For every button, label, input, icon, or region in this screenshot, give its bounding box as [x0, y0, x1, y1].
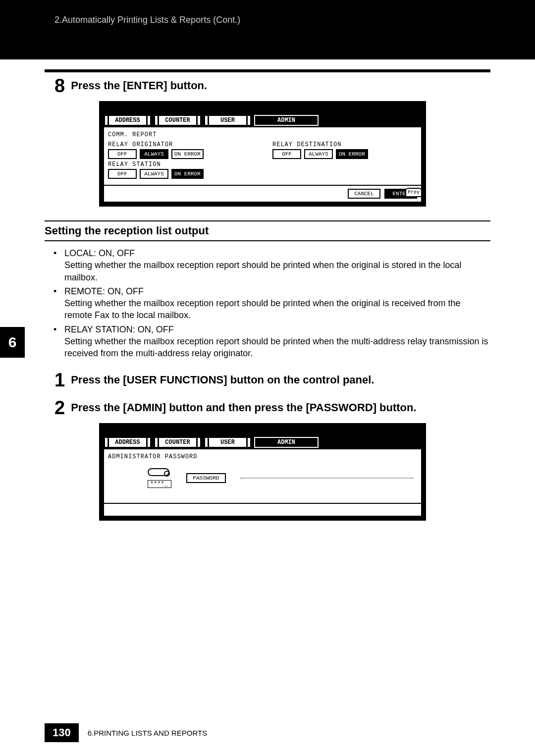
password-button[interactable]: PASSWORD: [186, 473, 226, 483]
item-body: Setting whether the mailbox reception re…: [64, 260, 461, 282]
station-onerror-button[interactable]: ON ERROR: [171, 169, 204, 179]
tab-admin[interactable]: ADMIN: [254, 115, 319, 126]
step-8-text: Press the [ENTER] button.: [71, 79, 207, 92]
device-screenshot-admin-password: ADDRESS COUNTER USER ADMIN ADMINISTRATOR…: [99, 423, 426, 521]
relay-originator-label: RELAY ORIGINATOR: [108, 141, 253, 148]
footer-text: 6.PRINTING LISTS AND REPORTS: [88, 729, 207, 737]
orig-onerror-button[interactable]: ON ERROR: [171, 149, 204, 159]
divider: [45, 69, 490, 72]
list-item: RELAY STATION: ON, OFF Setting whether t…: [51, 324, 490, 360]
list-item: REMOTE: ON, OFF Setting whether the mail…: [51, 285, 490, 322]
tab-address[interactable]: ADDRESS: [104, 115, 151, 126]
step-2-number: 2: [54, 398, 65, 417]
tab-user[interactable]: USER: [204, 437, 251, 448]
tab-counter[interactable]: COUNTER: [154, 437, 201, 448]
item-head: RELAY STATION: ON, OFF: [64, 324, 490, 335]
dest-always-button[interactable]: ALWAYS: [304, 149, 333, 159]
item-body: Setting whether the mailbox reception re…: [64, 298, 460, 320]
breadcrumb: 2.Automatically Printing Lists & Reports…: [54, 15, 240, 25]
station-always-button[interactable]: ALWAYS: [140, 169, 168, 179]
orig-off-button[interactable]: OFF: [108, 149, 137, 159]
tab-user[interactable]: USER: [204, 115, 251, 126]
chapter-tab: 6: [0, 327, 25, 358]
page-number: 130: [45, 723, 79, 742]
station-off-button[interactable]: OFF: [108, 169, 137, 179]
admin-password-label: ADMINISTRATOR PASSWORD: [108, 453, 417, 460]
step-1-text: Press the [USER FUNCTIONS] button on the…: [71, 374, 374, 386]
relay-station-label: RELAY STATION: [108, 161, 253, 168]
item-head: REMOTE: ON, OFF: [64, 285, 490, 297]
step-1-number: 1: [54, 371, 65, 389]
footer-strip: [104, 504, 421, 516]
section-title: Setting the reception list output: [45, 220, 490, 241]
relay-destination-label: RELAY DESTINATION: [272, 141, 417, 148]
dest-off-button[interactable]: OFF: [272, 149, 301, 159]
tab-counter[interactable]: COUNTER: [154, 115, 201, 126]
comm-report-label: COMM. REPORT: [108, 131, 417, 138]
tab-address[interactable]: ADDRESS: [104, 437, 151, 448]
item-head: LOCAL: ON, OFF: [64, 247, 490, 259]
password-value: ****_: [148, 480, 171, 488]
step-2-text: Press the [ADMIN] button and then press …: [71, 401, 416, 414]
input-line: [241, 478, 413, 479]
tab-admin[interactable]: ADMIN: [254, 437, 319, 448]
device-screenshot-comm-report: ADDRESS COUNTER USER ADMIN COMM. REPORT …: [99, 101, 426, 207]
bullet-list: LOCAL: ON, OFF Setting whether the mailb…: [51, 247, 490, 360]
item-body: Setting whether the mailbox reception re…: [64, 336, 488, 358]
cancel-button[interactable]: CANCEL: [348, 189, 380, 199]
keyboard-icon: [148, 468, 169, 476]
prev-button[interactable]: Prev: [405, 188, 422, 197]
orig-always-button[interactable]: ALWAYS: [140, 149, 168, 159]
dest-onerror-button[interactable]: ON ERROR: [336, 149, 368, 159]
step-8-number: 8: [54, 76, 65, 95]
list-item: LOCAL: ON, OFF Setting whether the mailb…: [51, 247, 490, 283]
